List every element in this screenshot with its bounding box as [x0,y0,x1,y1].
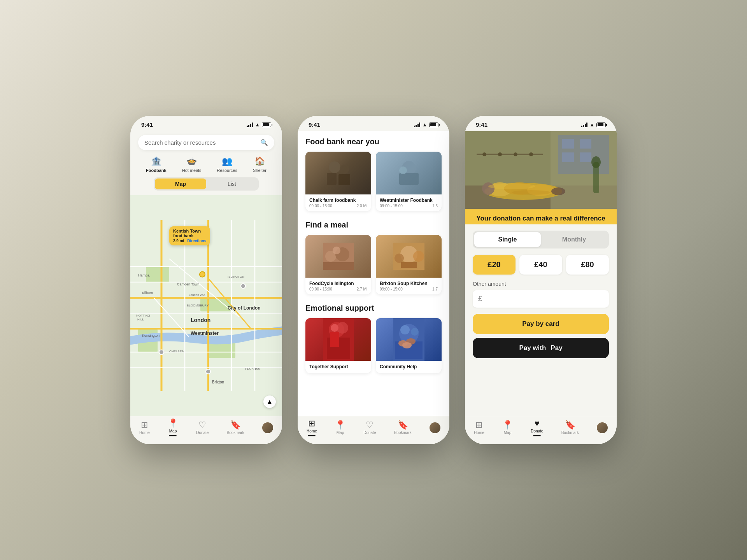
cat-resources[interactable]: 👥 Resources [217,156,237,173]
section-find-meal: Find a meal FoodCycle Islington [305,220,442,294]
donate-icon-1: ♡ [198,421,206,429]
nav-bookmark-label-3: Bookmark [561,430,579,435]
nav-donate-label-2: Donate [363,430,376,435]
svg-text:PECKHAM: PECKHAM [245,367,261,371]
amount-80[interactable]: £80 [566,255,609,275]
status-time-3: 9:41 [476,121,487,128]
nav-map-label-3: Map [504,430,511,435]
nav-home-3[interactable]: ⊞ Home [474,421,484,435]
nav-avatar-3[interactable] [597,422,608,433]
svg-point-38 [329,161,340,173]
nav-map-1[interactable]: 📍 Map [168,419,178,436]
svg-point-79 [482,152,486,156]
foodbank-icon: 🏦 [151,156,161,166]
callout-directions[interactable]: Directions [187,239,206,243]
card-img-chalk-farm [305,152,371,194]
svg-point-81 [514,152,517,156]
wifi-icon-3: ▲ [589,122,594,128]
bookmark-icon-2: 🔖 [398,421,408,429]
svg-rect-40 [327,173,337,185]
nav-map-2[interactable]: 📍 Map [335,421,345,435]
nav-home-label-1: Home [139,430,150,435]
cat-shelter[interactable]: 🏠 Shelter [253,156,267,173]
hero-svg [465,131,617,209]
nav-avatar-1[interactable] [262,422,273,433]
nav-donate-1[interactable]: ♡ Donate [196,421,209,435]
phone-map-screen: 9:41 ▲ Search charity or resources 🔍 [130,116,282,444]
card-community[interactable]: Community Help [376,318,442,373]
amount-40[interactable]: £40 [519,255,562,275]
nav-avatar-2[interactable] [430,422,440,433]
pay-by-card-button[interactable]: Pay by card [473,314,609,334]
nav-home-2[interactable]: ⊞ Home [307,419,317,436]
card-chalk-dist: 2.0 Mi [357,204,367,208]
home-icon-2: ⊞ [308,419,315,428]
monthly-btn[interactable]: Monthly [541,232,607,247]
svg-point-92 [591,156,601,168]
svg-rect-48 [323,262,354,270]
nav-bookmark-2[interactable]: 🔖 Bookmark [394,421,412,435]
card-brixton-hours: 09:00 - 15:00 [380,287,403,291]
card-brixton[interactable]: Brixton Soup Kitchen 09:00 - 15:00 1.7 [376,235,442,294]
compass-button[interactable]: ▲ [263,396,276,408]
single-btn[interactable]: Single [474,232,541,247]
svg-rect-76 [562,152,574,162]
nav-home-1[interactable]: ⊞ Home [139,421,150,435]
svg-text:London Zoo: London Zoo [189,293,205,297]
card-brixton-name: Brixton Soup Kitchen [380,281,438,286]
nav-map-3[interactable]: 📍 Map [502,421,513,435]
status-icons-3: ▲ [581,122,606,128]
svg-rect-77 [580,152,591,162]
card-westminster[interactable]: Westminister Foodbank 09:00 - 15:00 1.6 [376,152,442,211]
svg-point-34 [200,272,205,277]
card-foodcycle[interactable]: FoodCycle Islington 09:00 - 15:00 2.7 Mi [305,235,371,294]
nav-bookmark-3[interactable]: 🔖 Bookmark [561,421,579,435]
svg-text:Camden Town: Camden Town [177,282,199,286]
card-together[interactable]: Together Support [305,318,371,373]
bottom-nav-1: ⊞ Home 📍 Map ♡ Donate 🔖 Bookmark [130,416,282,444]
pay-with-applepay-button[interactable]: Pay with Pay [473,338,609,358]
map-icon-1: 📍 [168,419,178,428]
amount-options: £20 £40 £80 [473,255,609,275]
status-icons-1: ▲ [247,122,271,128]
map-top-controls: Search charity or resources 🔍 🏦 Foodbank… [130,131,282,195]
map-background: Hamps. Kilburn Camden Town London Zoo IS… [130,195,282,416]
cat-foodbank-label: Foodbank [146,168,167,173]
other-amount-input-container[interactable]: £ [473,290,609,308]
nav-bookmark-1[interactable]: 🔖 Bookmark [227,421,244,435]
cat-hot-meals[interactable]: 🍲 Hot meals [182,156,202,173]
battery-icon-2 [429,122,438,127]
card-chalk-hours: 09:00 - 15:00 [309,204,332,208]
nav-donate-3[interactable]: ♥ Donate [531,419,543,436]
wifi-icon-2: ▲ [422,122,427,128]
card-img-community [376,318,442,361]
cat-foodbank[interactable]: 🏦 Foodbank [146,156,167,173]
search-bar[interactable]: Search charity or resources 🔍 [138,135,274,150]
bookmark-icon-3: 🔖 [565,421,575,429]
frequency-toggle: Single Monthly [473,231,609,248]
callout-distance: 2.9 mi [173,239,184,243]
map-view[interactable]: Hamps. Kilburn Camden Town London Zoo IS… [130,195,282,416]
amount-20[interactable]: £20 [473,255,516,275]
card-img-together [305,318,371,361]
hero-image [465,131,617,209]
nav-donate-2[interactable]: ♡ Donate [363,421,376,435]
bottom-nav-2: ⊞ Home 📍 Map ♡ Donate 🔖 Bookmark [298,416,449,444]
section-foodbank: Food bank near you Chalk farm foodbank [305,137,442,211]
map-toggle-btn[interactable]: Map [155,178,206,189]
list-toggle-btn[interactable]: List [206,178,258,189]
section-meal-title: Find a meal [305,220,442,229]
svg-text:CHELSEA: CHELSEA [169,350,184,353]
map-callout[interactable]: Kentish Town food bank 2.9 mi Directions [169,226,210,245]
svg-point-90 [551,187,565,195]
card-west-name: Westminister Foodbank [380,198,438,203]
svg-point-35 [241,284,245,289]
pound-sign: £ [478,295,482,303]
svg-point-37 [206,369,210,374]
support-cards-row: Together Support [305,318,442,373]
status-bar-1: 9:41 ▲ [130,116,282,131]
card-chalk-farm[interactable]: Chalk farm foodbank 09:00 - 15:00 2.0 Mi [305,152,371,211]
map-icon-2: 📍 [335,421,345,429]
svg-text:HILL: HILL [137,318,144,321]
shelter-icon: 🏠 [254,156,265,166]
